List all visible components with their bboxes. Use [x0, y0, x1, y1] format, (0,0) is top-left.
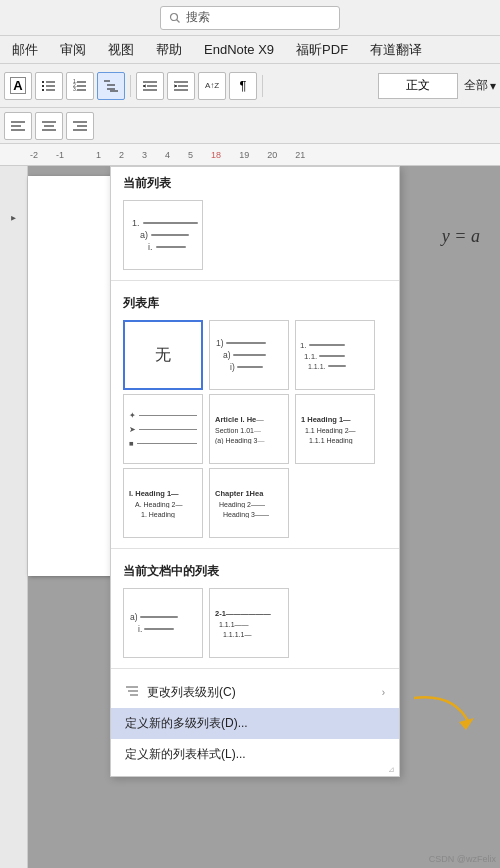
define-new-list-menu-item[interactable]: 定义新的多级列表(D)...: [111, 708, 399, 739]
quanbu-label: 全部: [464, 77, 488, 94]
font-icon-btn[interactable]: A: [4, 72, 32, 100]
bullet-list-icon: [41, 78, 57, 94]
paragraph-mark-btn[interactable]: ¶: [229, 72, 257, 100]
svg-text:A↑Z: A↑Z: [205, 81, 219, 90]
document-list-section-title: 当前文档中的列表: [111, 555, 399, 584]
watermark-text: CSDN @wzFelix: [429, 854, 496, 864]
formula-display: y = a: [442, 226, 480, 247]
left-sidebar: ◄: [0, 166, 28, 868]
svg-rect-4: [42, 85, 44, 87]
divider2: [111, 548, 399, 549]
change-level-label: 更改列表级别(C): [147, 684, 236, 701]
style-label: 正文: [406, 77, 430, 94]
increase-indent-icon: [173, 78, 189, 94]
library-grid3: I. Heading 1— A. Heading 2— 1. Heading C…: [111, 468, 399, 542]
document-grid: a) i. 2-1—————— 1.1.1—— 1.1.1.1—: [111, 584, 399, 662]
annotation-arrow: [404, 688, 484, 738]
chevron-right-icon: ›: [382, 687, 385, 698]
decrease-indent-icon: [142, 78, 158, 94]
toolbar-sep1: [130, 75, 131, 97]
list-level-icon: [125, 684, 139, 698]
bottom-menu: 更改列表级别(C) › 定义新的多级列表(D)... 定义新的列表样式(L)..…: [111, 675, 399, 772]
svg-point-0: [171, 13, 178, 20]
align-right-icon: [72, 119, 88, 133]
search-icon: [169, 12, 181, 24]
library-section-title: 列表库: [111, 287, 399, 316]
sort-btn[interactable]: A↑Z: [198, 72, 226, 100]
define-style-label: 定义新的列表样式(L)...: [125, 746, 246, 763]
chevron-down-icon: ▾: [490, 79, 496, 93]
ruler: -2 -1 1 2 3 4 5 18 19 20 21: [0, 144, 500, 166]
align-center-btn[interactable]: [35, 112, 63, 140]
library-item-numbered2[interactable]: 1. 1.1. 1.1.1.: [295, 320, 375, 390]
current-list-item[interactable]: 1. a) i.: [123, 200, 203, 270]
align-left-btn[interactable]: [4, 112, 32, 140]
align-left-icon: [10, 119, 26, 133]
style-selector[interactable]: 正文: [378, 73, 458, 99]
menu-pdf[interactable]: 福昕PDF: [292, 39, 352, 61]
multilevel-list-btn[interactable]: [97, 72, 125, 100]
numbered-list-btn[interactable]: 1. 2. 3.: [66, 72, 94, 100]
resize-handle: ⊿: [388, 765, 395, 774]
library-grid2: ✦ ➤ ■ Article I. He— Section 1.01— (a) H…: [111, 394, 399, 468]
svg-line-1: [177, 19, 180, 22]
multilevel-list-dropdown: 当前列表 1. a) i. 列表库 无: [110, 166, 400, 777]
search-box[interactable]: 搜索: [160, 6, 340, 30]
menu-mail[interactable]: 邮件: [8, 39, 42, 61]
sort-icon: A↑Z: [204, 78, 220, 94]
toolbar-row2: [0, 108, 500, 144]
svg-text:3.: 3.: [73, 86, 77, 92]
decrease-indent-btn[interactable]: [136, 72, 164, 100]
menu-view[interactable]: 视图: [104, 39, 138, 61]
align-center-icon: [41, 119, 57, 133]
document-list-item2[interactable]: 2-1—————— 1.1.1—— 1.1.1.1—: [209, 588, 289, 658]
library-grid: 无 1) a) i) 1. 1.1.: [111, 316, 399, 394]
quanbu-btn[interactable]: 全部 ▾: [464, 77, 496, 94]
library-item-numbered1[interactable]: 1) a) i): [209, 320, 289, 390]
library-item-heading1[interactable]: 1 Heading 1— 1.1 Heading 2— 1.1.1 Headin…: [295, 394, 375, 464]
numbered-list-icon: 1. 2. 3.: [72, 78, 88, 94]
multilevel-list-icon: [103, 78, 119, 94]
align-right-btn[interactable]: [66, 112, 94, 140]
increase-indent-btn[interactable]: [167, 72, 195, 100]
title-bar: 搜索: [0, 0, 500, 36]
divider1: [111, 280, 399, 281]
none-label: 无: [155, 345, 171, 366]
search-placeholder: 搜索: [186, 9, 210, 26]
svg-rect-2: [42, 81, 44, 83]
library-item-chapter[interactable]: Chapter 1Hea Heading 2—— Heading 3——: [209, 468, 289, 538]
menu-bar: 邮件 审阅 视图 帮助 EndNote X9 福昕PDF 有道翻译: [0, 36, 500, 64]
menu-endnote[interactable]: EndNote X9: [200, 40, 278, 59]
current-list-section-title: 当前列表: [111, 167, 399, 196]
library-item-article[interactable]: ✦ ➤ ■: [123, 394, 203, 464]
left-arrow: ◄: [9, 214, 18, 223]
library-item-article2[interactable]: Article I. He— Section 1.01— (a) Heading…: [209, 394, 289, 464]
change-level-icon: [125, 684, 139, 701]
current-list-grid: 1. a) i.: [111, 196, 399, 274]
svg-rect-6: [42, 89, 44, 91]
main-content: ◄ y = a 当前列表 1. a) i. 列表库: [0, 166, 500, 868]
menu-review[interactable]: 审阅: [56, 39, 90, 61]
toolbar-sep2: [262, 75, 263, 97]
change-level-menu-item[interactable]: 更改列表级别(C) ›: [111, 677, 399, 708]
toolbar-row1: A 1. 2. 3.: [0, 64, 500, 108]
define-style-menu-item[interactable]: 定义新的列表样式(L)...: [111, 739, 399, 770]
define-new-label: 定义新的多级列表(D)...: [125, 715, 248, 732]
library-item-roman[interactable]: I. Heading 1— A. Heading 2— 1. Heading: [123, 468, 203, 538]
menu-help[interactable]: 帮助: [152, 39, 186, 61]
bullet-list-btn[interactable]: [35, 72, 63, 100]
menu-youdao[interactable]: 有道翻译: [366, 39, 426, 61]
divider3: [111, 668, 399, 669]
toolbar-right: 正文 全部 ▾: [378, 73, 496, 99]
document-list-item1[interactable]: a) i.: [123, 588, 203, 658]
library-item-none[interactable]: 无: [123, 320, 203, 390]
